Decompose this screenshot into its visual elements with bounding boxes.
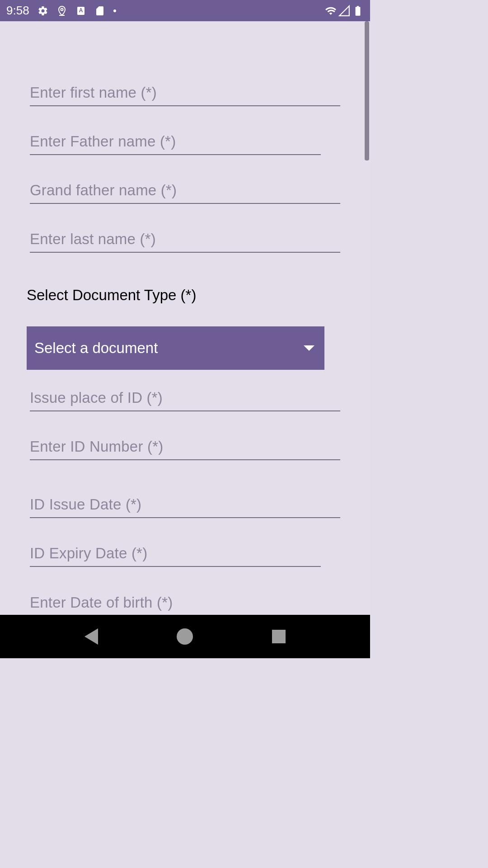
date-of-birth-input[interactable]: Enter Date of birth (*) — [30, 590, 340, 615]
dropdown-arrow-icon — [304, 345, 314, 351]
document-type-label: Select Document Type (*) — [27, 287, 370, 304]
svg-text:A: A — [79, 7, 83, 14]
father-name-placeholder: Enter Father name (*) — [30, 133, 176, 150]
issue-place-placeholder: Issue place of ID (*) — [30, 389, 163, 406]
settings-icon — [38, 5, 48, 16]
form-container: Enter first name (*) Enter Father name (… — [0, 21, 370, 615]
grandfather-name-placeholder: Grand father name (*) — [30, 182, 177, 199]
date-of-birth-placeholder: Enter Date of birth (*) — [30, 594, 173, 611]
document-select-text: Select a document — [34, 340, 158, 357]
father-name-input[interactable]: Enter Father name (*) — [30, 129, 321, 155]
id-expiry-date-input[interactable]: ID Expiry Date (*) — [30, 541, 321, 567]
id-issue-date-input[interactable]: ID Issue Date (*) — [30, 492, 340, 518]
scroll-area[interactable]: Enter first name (*) Enter Father name (… — [0, 21, 370, 615]
content-area: Enter first name (*) Enter Father name (… — [0, 21, 370, 615]
first-name-input[interactable]: Enter first name (*) — [30, 80, 340, 106]
navigation-bar — [0, 615, 370, 658]
recent-apps-button[interactable] — [272, 630, 286, 643]
id-issue-date-placeholder: ID Issue Date (*) — [30, 496, 141, 513]
status-bar: 9:58 A — [0, 0, 370, 21]
home-button[interactable] — [177, 628, 193, 645]
last-name-input[interactable]: Enter last name (*) — [30, 226, 340, 253]
first-name-placeholder: Enter first name (*) — [30, 84, 157, 101]
battery-icon — [352, 5, 364, 17]
id-number-placeholder: Enter ID Number (*) — [30, 438, 163, 455]
grandfather-name-input[interactable]: Grand father name (*) — [30, 178, 340, 204]
card-icon: A — [75, 5, 86, 16]
status-dot-icon — [113, 9, 116, 12]
status-left: 9:58 A — [6, 4, 116, 18]
location-icon — [56, 5, 67, 16]
last-name-placeholder: Enter last name (*) — [30, 231, 156, 248]
status-time: 9:58 — [6, 4, 29, 18]
issue-place-input[interactable]: Issue place of ID (*) — [30, 385, 340, 411]
scrollbar[interactable] — [365, 21, 369, 160]
sd-card-icon — [94, 5, 105, 16]
back-button[interactable] — [84, 628, 98, 645]
status-right — [325, 5, 364, 17]
document-type-select[interactable]: Select a document — [27, 326, 324, 370]
id-expiry-date-placeholder: ID Expiry Date (*) — [30, 545, 147, 562]
signal-icon — [338, 5, 350, 17]
wifi-icon — [325, 5, 337, 17]
id-number-input[interactable]: Enter ID Number (*) — [30, 434, 340, 460]
